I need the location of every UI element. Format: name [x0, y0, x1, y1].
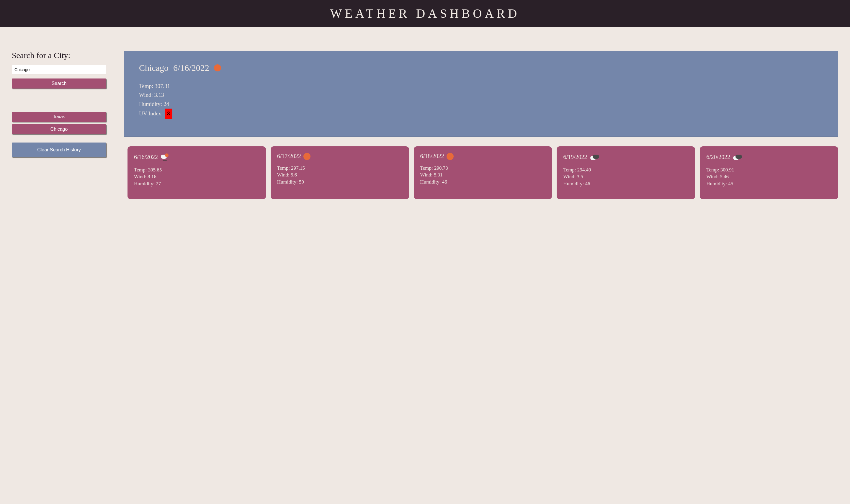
forecast-wind-row: Wind: 5.46 [706, 173, 832, 180]
current-wind-row: Wind: 3.13 [139, 91, 823, 100]
sun-icon [447, 153, 454, 160]
uv-badge: 8 [165, 109, 173, 119]
temp-label: Temp: [420, 165, 433, 171]
city-search-input[interactable] [12, 65, 106, 74]
forecast-wind-row: Wind: 3.5 [563, 173, 689, 180]
forecast-card: 6/17/2022 Temp: 297.15 Wind: 5.6 Humidit… [271, 146, 409, 199]
current-weather-card: Chicago 6/16/2022 Temp: 307.31 Wind: 3.1… [124, 51, 838, 137]
forecast-humidity-row: Humidity: 50 [277, 179, 402, 186]
forecast-date: 6/20/2022 [706, 154, 730, 161]
clouds-icon [733, 153, 741, 162]
current-temp-row: Temp: 307.31 [139, 82, 823, 91]
forecast-date-row: 6/20/2022 [706, 153, 832, 162]
divider [12, 100, 106, 100]
current-humidity-row: Humidity: 24 [139, 100, 823, 109]
forecast-date-row: 6/19/2022 [563, 153, 689, 162]
search-heading: Search for a City: [12, 51, 106, 60]
forecast-temp: 294.49 [577, 167, 591, 173]
forecast-temp-row: Temp: 300.91 [706, 166, 832, 174]
current-humidity-value: 24 [163, 101, 169, 107]
forecast-card: 6/19/2022 Temp: 294.49 Wind: 3.5 Humidit… [557, 146, 695, 199]
forecast-temp: 300.91 [720, 167, 734, 173]
forecast-humidity: 45 [728, 181, 733, 186]
forecast-date-row: 6/18/2022 [420, 153, 546, 160]
forecast-date: 6/16/2022 [134, 154, 158, 161]
forecast-temp-row: Temp: 297.15 [277, 165, 402, 172]
forecast-temp: 297.15 [291, 165, 305, 171]
temp-label: Temp: [277, 165, 290, 171]
humidity-label: Humidity: [706, 181, 727, 186]
sidebar: Search for a City: Search Texas Chicago … [12, 51, 106, 199]
current-wind-value: 3.13 [154, 92, 164, 98]
wind-label: Wind: [139, 92, 153, 98]
history-item[interactable]: Chicago [12, 124, 106, 134]
forecast-wind: 5.31 [434, 172, 443, 178]
forecast-stats: Temp: 305.65 Wind: 8.16 Humidity: 27 [134, 166, 259, 187]
temp-label: Temp: [706, 167, 719, 173]
clear-history-button[interactable]: Clear Search History [12, 143, 106, 157]
wind-label: Wind: [706, 174, 719, 179]
current-date: 6/16/2022 [173, 63, 209, 73]
forecast-date: 6/18/2022 [420, 153, 444, 160]
search-history: Texas Chicago [12, 112, 106, 137]
current-temp-value: 307.31 [155, 83, 170, 89]
current-stats: Temp: 307.31 Wind: 3.13 Humidity: 24 UV … [139, 82, 823, 119]
humidity-label: Humidity: [139, 101, 162, 107]
forecast-humidity-row: Humidity: 46 [420, 179, 546, 186]
forecast-stats: Temp: 300.91 Wind: 5.46 Humidity: 45 [706, 166, 832, 187]
wind-label: Wind: [134, 174, 146, 179]
forecast-wind: 5.46 [720, 174, 729, 179]
forecast-date-row: 6/16/2022 [134, 153, 259, 162]
uv-label: UV Index: [139, 110, 163, 116]
forecast-wind: 3.5 [577, 174, 583, 179]
current-uv-row: UV Index: 8 [139, 109, 823, 119]
forecast-wind-row: Wind: 5.31 [420, 172, 546, 179]
forecast-wind: 5.6 [291, 172, 297, 178]
forecast-humidity: 46 [442, 179, 447, 185]
forecast-date-row: 6/17/2022 [277, 153, 402, 160]
forecast-humidity: 27 [156, 181, 161, 186]
forecast-stats: Temp: 290.73 Wind: 5.31 Humidity: 46 [420, 165, 546, 186]
wind-label: Wind: [563, 174, 576, 179]
forecast-humidity: 50 [299, 179, 304, 185]
forecast-temp: 290.73 [434, 165, 448, 171]
forecast-humidity: 46 [585, 181, 590, 186]
forecast-temp-row: Temp: 294.49 [563, 166, 689, 174]
wind-label: Wind: [277, 172, 290, 178]
forecast-humidity-row: Humidity: 45 [706, 180, 832, 187]
clouds-icon [590, 153, 599, 162]
forecast-row: 6/16/2022 Temp: 305.65 Wind: 8.16 Humidi… [124, 146, 838, 199]
forecast-temp-row: Temp: 290.73 [420, 165, 546, 172]
humidity-label: Humidity: [563, 181, 584, 186]
forecast-stats: Temp: 297.15 Wind: 5.6 Humidity: 50 [277, 165, 402, 186]
forecast-date: 6/17/2022 [277, 153, 301, 160]
forecast-wind-row: Wind: 8.16 [134, 173, 259, 180]
forecast-card: 6/16/2022 Temp: 305.65 Wind: 8.16 Humidi… [127, 146, 266, 199]
sun-icon [214, 64, 221, 71]
app-header: WEATHER DASHBOARD [0, 0, 850, 27]
forecast-wind: 8.16 [148, 174, 157, 179]
sun-icon [303, 153, 310, 160]
wind-label: Wind: [420, 172, 433, 178]
rain-icon [160, 153, 169, 162]
temp-label: Temp: [563, 167, 576, 173]
forecast-stats: Temp: 294.49 Wind: 3.5 Humidity: 46 [563, 166, 689, 187]
forecast-humidity-row: Humidity: 46 [563, 180, 689, 187]
current-city: Chicago [139, 63, 168, 73]
temp-label: Temp: [139, 83, 153, 89]
search-button[interactable]: Search [12, 78, 106, 89]
forecast-card: 6/18/2022 Temp: 290.73 Wind: 5.31 Humidi… [414, 146, 552, 199]
app-title: WEATHER DASHBOARD [0, 6, 850, 21]
forecast-humidity-row: Humidity: 27 [134, 180, 259, 187]
temp-label: Temp: [134, 167, 147, 173]
main-container: Search for a City: Search Texas Chicago … [0, 27, 850, 211]
forecast-card: 6/20/2022 Temp: 300.91 Wind: 5.46 Humidi… [700, 146, 838, 199]
forecast-temp: 305.65 [148, 167, 162, 173]
forecast-temp-row: Temp: 305.65 [134, 166, 259, 174]
humidity-label: Humidity: [420, 179, 441, 185]
history-item[interactable]: Texas [12, 112, 106, 122]
forecast-wind-row: Wind: 5.6 [277, 172, 402, 179]
current-title-row: Chicago 6/16/2022 [139, 63, 823, 73]
humidity-label: Humidity: [134, 181, 155, 186]
humidity-label: Humidity: [277, 179, 298, 185]
